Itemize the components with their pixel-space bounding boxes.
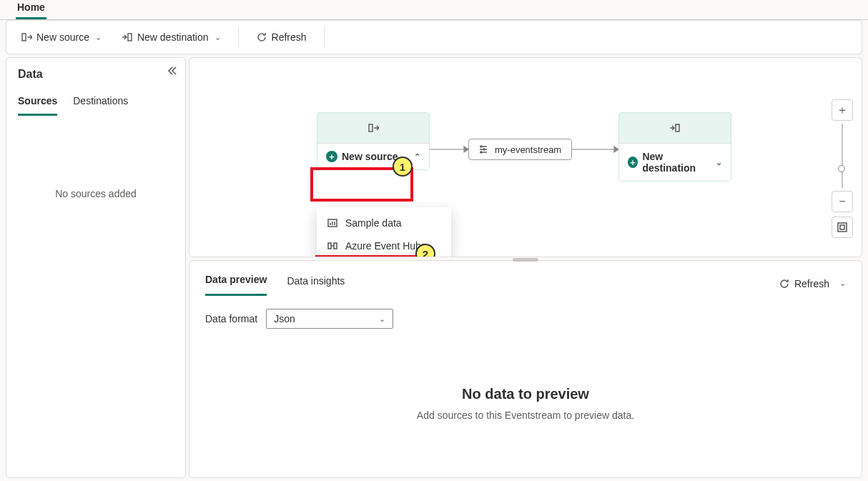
refresh-icon <box>779 278 790 289</box>
menu-item-label: Sample data <box>345 217 402 229</box>
chevron-down-icon: ⌄ <box>379 314 385 324</box>
zoom-slider-handle[interactable] <box>838 165 845 172</box>
data-format-select[interactable]: Json ⌄ <box>266 309 393 329</box>
fit-to-screen-button[interactable] <box>832 217 853 238</box>
new-source-menu: Sample data Azure Event Hubs Azure IoT H… <box>317 207 451 257</box>
source-node[interactable]: ＋ New source ⌃ <box>317 112 430 170</box>
ribbon-tabs: Home <box>0 0 868 20</box>
chevron-double-left-icon <box>167 65 178 76</box>
no-data-message: No data to preview Add sources to this E… <box>189 386 862 421</box>
new-destination-button[interactable]: New destination ⌄ <box>116 27 227 47</box>
preview-refresh-label: Refresh <box>794 278 829 289</box>
resize-handle[interactable] <box>513 258 538 262</box>
chevron-down-icon: ⌄ <box>95 33 102 42</box>
chevron-down-icon: ⌄ <box>214 33 221 42</box>
zoom-in-button[interactable]: ＋ <box>832 99 853 121</box>
annotation-highlight-1 <box>310 167 413 202</box>
sample-data-icon <box>327 217 338 229</box>
svg-point-1 <box>483 149 485 150</box>
svg-point-0 <box>480 146 482 147</box>
refresh-icon <box>256 31 267 43</box>
refresh-label: Refresh <box>272 31 307 43</box>
new-source-button[interactable]: New source ⌄ <box>15 27 107 47</box>
destination-node[interactable]: ＋ New destination ⌄ <box>618 112 731 182</box>
edge-stream-to-dest <box>572 142 618 157</box>
eventstream-node[interactable]: my-eventstream <box>468 139 572 160</box>
side-tab-sources[interactable]: Sources <box>18 91 57 116</box>
source-icon <box>21 31 32 43</box>
zoom-out-button[interactable]: − <box>832 191 853 212</box>
preview-tabs: Data preview Data insights Refresh ⌄ <box>189 261 862 296</box>
eventstream-icon <box>478 144 489 155</box>
destination-icon <box>122 31 133 43</box>
destination-node-label: New destination <box>642 151 711 174</box>
zoom-slider-track[interactable] <box>842 124 843 188</box>
fit-icon <box>837 222 848 233</box>
source-node-head <box>317 113 429 143</box>
data-format-value: Json <box>274 313 295 324</box>
menu-item-label: Azure Event Hubs <box>345 240 426 252</box>
source-icon <box>368 122 379 134</box>
side-tab-destinations[interactable]: Destinations <box>73 91 128 116</box>
source-node-label: New source <box>342 151 398 162</box>
chevron-down-icon: ⌄ <box>839 279 846 288</box>
source-node-new-button[interactable]: ＋ New source ⌃ <box>317 143 429 169</box>
destination-node-new-button[interactable]: ＋ New destination ⌄ <box>619 143 731 181</box>
tab-home[interactable]: Home <box>16 0 46 19</box>
toolbar: New source ⌄ New destination ⌄ Refresh <box>6 20 862 54</box>
side-tabs: Sources Destinations <box>18 91 174 116</box>
no-data-subtitle: Add sources to this Eventstream to previ… <box>189 410 862 421</box>
data-format-label: Data format <box>205 313 257 324</box>
collapse-panel-button[interactable] <box>167 65 178 79</box>
side-panel-title: Data <box>18 68 174 81</box>
toolbar-separator <box>324 27 325 47</box>
data-side-panel: Data Sources Destinations No sources add… <box>6 57 186 478</box>
edge-source-to-stream <box>430 142 468 157</box>
chevron-up-icon: ⌃ <box>414 152 420 162</box>
data-format-row: Data format Json ⌄ <box>189 296 862 329</box>
svg-point-2 <box>480 152 482 153</box>
svg-rect-18 <box>840 225 844 229</box>
tab-data-insights[interactable]: Data insights <box>287 272 345 295</box>
eventstream-name: my-eventstream <box>495 144 561 155</box>
flow-canvas[interactable]: ＋ New source ⌃ ＋ New destination ⌄ <box>189 57 862 257</box>
new-source-label: New source <box>36 31 89 43</box>
plus-circle-icon: ＋ <box>326 151 337 162</box>
tab-data-preview[interactable]: Data preview <box>205 271 267 296</box>
menu-item-sample-data[interactable]: Sample data <box>317 212 451 234</box>
svg-rect-7 <box>334 243 337 249</box>
event-hubs-icon <box>327 240 338 252</box>
svg-marker-3 <box>464 147 468 152</box>
toolbar-separator <box>238 27 239 47</box>
no-data-title: No data to preview <box>189 386 862 402</box>
refresh-button[interactable]: Refresh <box>250 27 312 47</box>
destination-icon <box>669 122 681 134</box>
menu-item-azure-event-hubs[interactable]: Azure Event Hubs <box>317 234 451 257</box>
preview-refresh-button[interactable]: Refresh ⌄ <box>779 278 846 289</box>
svg-marker-4 <box>614 147 618 152</box>
data-preview-panel: Data preview Data insights Refresh ⌄ Dat… <box>189 260 862 478</box>
svg-rect-6 <box>328 243 331 249</box>
plus-circle-icon: ＋ <box>628 157 638 168</box>
zoom-controls: ＋ − <box>832 99 853 238</box>
new-destination-label: New destination <box>137 31 209 43</box>
chevron-down-icon: ⌄ <box>716 158 722 167</box>
svg-rect-17 <box>838 223 847 232</box>
sources-empty-text: No sources added <box>18 188 174 199</box>
destination-node-head <box>619 113 731 143</box>
